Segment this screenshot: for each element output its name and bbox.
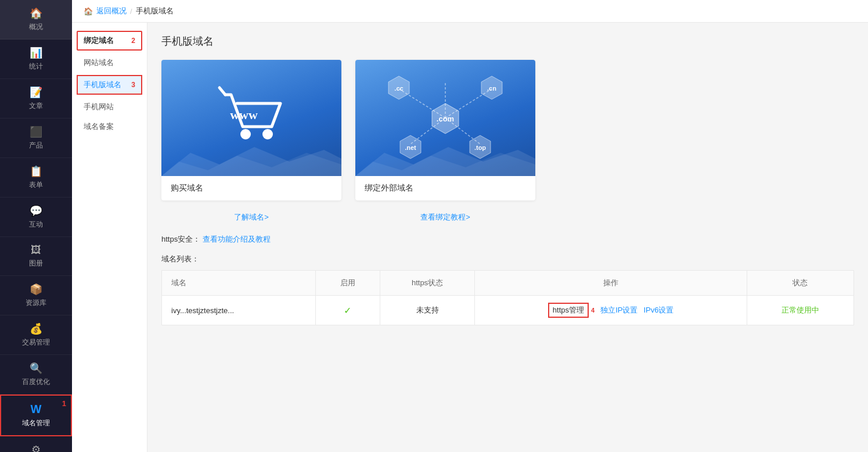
- page-content: 手机版域名: [147, 23, 868, 452]
- baidu-icon: 🔍: [30, 362, 42, 375]
- mountain-bg-bind: [355, 141, 535, 176]
- stats-icon: 📊: [30, 46, 42, 59]
- table-header-row: 域名 启用 https状态 操作 状态: [162, 271, 854, 296]
- buy-domain-image: www: [161, 60, 341, 176]
- card-links-row: 了解域名> 查看绑定教程>: [161, 212, 538, 223]
- sidebar-item-stats[interactable]: 📊 统计: [0, 40, 72, 79]
- sidebar-item-overview[interactable]: 🏠 概况: [0, 0, 72, 40]
- svg-text:.cc: .cc: [394, 85, 403, 92]
- mountain-bg-buy: [161, 141, 341, 176]
- col-header-domain: 域名: [162, 271, 316, 296]
- resources-icon: 📦: [30, 283, 42, 296]
- svg-text:.com: .com: [437, 114, 454, 123]
- sidebar-item-settings[interactable]: ⚙ 系统设置: [0, 436, 72, 452]
- https-tutorial-link[interactable]: 查看功能介绍及教程: [203, 235, 271, 243]
- domain-table: 域名 启用 https状态 操作 状态 ivy...testjztestjzte…: [161, 270, 854, 325]
- https-label: https安全：: [161, 235, 200, 243]
- sidebar-item-albums[interactable]: 🖼 图册: [0, 237, 72, 276]
- sub-sidebar-item-mobile-site[interactable]: 手机网站: [72, 97, 147, 117]
- sub-sidebar-group-label: 绑定域名: [84, 35, 114, 46]
- forms-icon: 📋: [30, 165, 42, 178]
- sub-sidebar-bind-domain[interactable]: 绑定域名 2: [77, 31, 142, 51]
- svg-point-4: [262, 129, 273, 139]
- sidebar-item-resources[interactable]: 📦 资源库: [0, 276, 72, 315]
- home-icon: 🏠: [30, 7, 42, 20]
- status-badge: 正常使用中: [781, 306, 819, 314]
- domain-cards-row: www 购买域名: [161, 60, 854, 200]
- sidebar-item-products[interactable]: ⬛ 产品: [0, 119, 72, 158]
- sidebar-item-forms[interactable]: 📋 表单: [0, 158, 72, 198]
- content-wrapper: 绑定域名 2 网站域名 手机版域名 3 手机网站 域名备案 手机版域名: [72, 23, 868, 452]
- table-row: ivy...testjztestjzte... ✓ 未支持 https管理 4 …: [162, 296, 854, 325]
- sidebar-item-baidu[interactable]: 🔍 百度优化: [0, 355, 72, 394]
- buy-domain-body: 购买域名: [161, 176, 341, 200]
- buy-domain-link-container: 了解域名>: [161, 212, 341, 223]
- learn-domain-link[interactable]: 了解域名>: [234, 213, 269, 221]
- buy-domain-title: 购买域名: [171, 183, 332, 193]
- sub-sidebar-item-mobile-domain[interactable]: 手机版域名 3: [77, 75, 142, 95]
- sub-sidebar-group-badge: 2: [131, 37, 135, 45]
- svg-line-2: [219, 88, 225, 95]
- col-header-https-status: https状态: [380, 271, 475, 296]
- sidebar: 🏠 概况 📊 统计 📝 文章 ⬛ 产品 📋 表单 💬 互动 🖼 图册 📦 资源库…: [0, 0, 72, 452]
- breadcrumb-bar: 🏠 返回概况 / 手机版域名: [72, 0, 868, 23]
- svg-text:.cn: .cn: [487, 85, 496, 92]
- sidebar-item-domain[interactable]: 1 W 域名管理: [0, 394, 72, 436]
- svg-point-3: [240, 129, 251, 139]
- articles-icon: 📝: [30, 86, 42, 99]
- https-manage-button[interactable]: https管理: [548, 303, 589, 318]
- sub-sidebar-item-domain-filing[interactable]: 域名备案: [72, 117, 147, 137]
- breadcrumb-back-link[interactable]: 返回概况: [96, 6, 127, 16]
- https-section: https安全： 查看功能介绍及教程: [161, 234, 854, 245]
- domain-badge: 1: [62, 399, 66, 408]
- bind-domain-image: .com .cc .cn .net .t: [355, 60, 535, 176]
- bind-domain-body: 绑定外部域名: [355, 176, 535, 200]
- col-header-status: 状态: [747, 271, 853, 296]
- bind-tutorial-link[interactable]: 查看绑定教程>: [420, 213, 470, 221]
- table-cell-operation: https管理 4 独立IP设置 IPv6设置: [475, 296, 747, 325]
- ipv6-settings-button[interactable]: IPv6设置: [643, 305, 673, 315]
- ip-settings-button[interactable]: 独立IP设置: [600, 305, 638, 315]
- table-cell-status: 正常使用中: [747, 296, 853, 325]
- settings-icon: ⚙: [31, 443, 41, 452]
- domain-icon: W: [31, 403, 42, 416]
- buy-domain-card[interactable]: www 购买域名: [161, 60, 341, 200]
- bind-domain-card[interactable]: .com .cc .cn .net .t: [355, 60, 535, 200]
- table-cell-domain: ivy...testjztestjzte...: [162, 296, 316, 325]
- products-icon: ⬛: [30, 125, 42, 138]
- operation-buttons: https管理 4 独立IP设置 IPv6设置: [484, 303, 737, 318]
- page-title: 手机版域名: [161, 34, 854, 48]
- breadcrumb-current: 手机版域名: [136, 6, 174, 16]
- table-cell-https-status: 未支持: [380, 296, 475, 325]
- bind-domain-link-container: 查看绑定教程>: [355, 212, 535, 223]
- svg-text:www: www: [230, 107, 258, 122]
- albums-icon: 🖼: [31, 244, 41, 256]
- sidebar-item-interact[interactable]: 💬 互动: [0, 198, 72, 237]
- col-header-operation: 操作: [475, 271, 747, 296]
- https-manage-badge: 4: [591, 307, 595, 314]
- home-icon-breadcrumb: 🏠: [84, 7, 93, 16]
- enabled-check-icon: ✓: [344, 306, 351, 315]
- table-cell-enabled: ✓: [315, 296, 380, 325]
- sub-sidebar-item-website-domain[interactable]: 网站域名: [72, 53, 147, 73]
- breadcrumb-separator: /: [130, 7, 132, 16]
- mobile-domain-badge: 3: [131, 81, 135, 89]
- main-wrapper: 🏠 返回概况 / 手机版域名 绑定域名 2 网站域名 手机版域名 3 手机网站 …: [72, 0, 868, 452]
- col-header-enabled: 启用: [315, 271, 380, 296]
- domain-list-label: 域名列表：: [161, 254, 854, 264]
- sidebar-item-articles[interactable]: 📝 文章: [0, 79, 72, 119]
- bind-domain-title: 绑定外部域名: [365, 183, 526, 193]
- sub-sidebar: 绑定域名 2 网站域名 手机版域名 3 手机网站 域名备案: [72, 23, 147, 452]
- sidebar-item-trade[interactable]: 💰 交易管理: [0, 315, 72, 355]
- trade-icon: 💰: [30, 322, 42, 335]
- interact-icon: 💬: [30, 205, 42, 217]
